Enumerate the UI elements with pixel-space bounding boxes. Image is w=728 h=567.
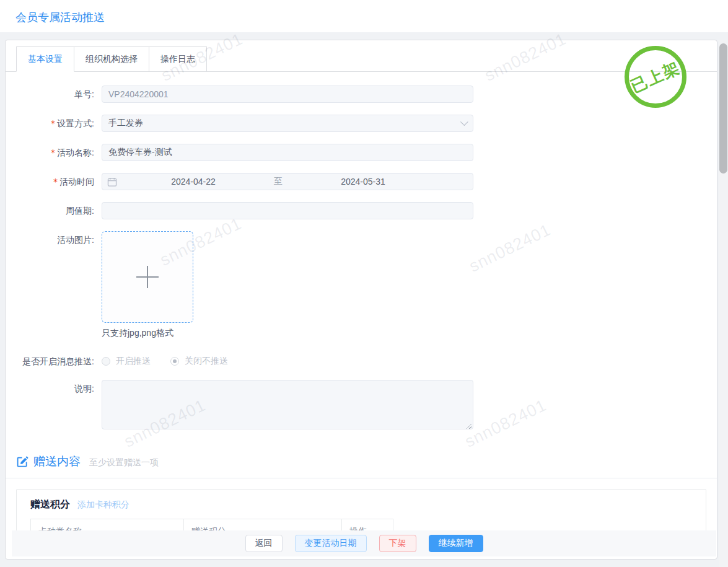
activity-time-label: *活动时间: [12, 173, 102, 190]
continue-add-button[interactable]: 继续新增: [429, 535, 483, 552]
tab-basic-settings[interactable]: 基本设置: [16, 46, 74, 72]
tab-organization-select[interactable]: 组织机构选择: [74, 46, 149, 71]
setup-mode-label: *设置方式:: [12, 115, 102, 132]
add-card-points-link[interactable]: 添加卡种积分: [77, 499, 129, 511]
week-period-label: 周值期:: [12, 202, 102, 219]
form-row-activity-image: 活动图片: 只支持jpg,png格式: [6, 231, 717, 339]
activity-name-label: *活动名称:: [12, 144, 102, 161]
radio-checked-icon: [170, 357, 179, 366]
radio-push-on-label: 开启推送: [116, 356, 151, 367]
radio-push-on[interactable]: 开启推送: [102, 356, 151, 367]
scrollbar-track[interactable]: [719, 40, 728, 567]
take-down-button[interactable]: 下架: [379, 535, 416, 552]
tab-operation-log[interactable]: 操作日志: [149, 46, 207, 71]
edit-icon: [16, 455, 29, 468]
form-row-setup-mode: *设置方式: 手工发券: [6, 115, 717, 132]
form-row-activity-time: *活动时间 2024-04-22 至 2024-05-31: [6, 173, 717, 190]
gift-points-title: 赠送积分: [30, 498, 70, 511]
setup-mode-value: 手工发券: [108, 118, 143, 129]
calendar-icon: [107, 177, 117, 187]
radio-unchecked-icon: [102, 357, 110, 366]
setup-mode-select[interactable]: 手工发券: [102, 115, 473, 132]
status-stamp-label: 已上架: [628, 56, 684, 97]
section-divider: [6, 478, 717, 478]
upload-format-hint: 只支持jpg,png格式: [102, 327, 193, 339]
push-toggle-label: 是否开启消息推送:: [12, 355, 102, 367]
activity-image-field: 只支持jpg,png格式: [102, 231, 193, 339]
change-activity-date-button[interactable]: 变更活动日期: [295, 535, 367, 552]
activity-name-input[interactable]: [102, 144, 473, 161]
form-row-push-toggle: 是否开启消息推送: 开启推送 关闭不推送: [6, 355, 717, 367]
order-no-label: 单号:: [12, 86, 102, 103]
order-no-input[interactable]: [102, 86, 473, 103]
push-radio-group: 开启推送 关闭不推送: [102, 356, 248, 367]
title-bar: 会员专属活动推送: [0, 0, 728, 32]
page-title: 会员专属活动推送: [15, 10, 105, 25]
radio-push-off[interactable]: 关闭不推送: [170, 356, 228, 367]
plus-icon: [136, 266, 159, 288]
gift-points-header: 赠送积分 添加卡种积分: [30, 498, 692, 511]
footer-action-bar: 返回 变更活动日期 下架 继续新增: [12, 530, 716, 556]
gift-section-title: 赠送内容: [33, 454, 81, 470]
remark-field: [102, 380, 473, 431]
start-date-value[interactable]: 2024-04-22: [121, 177, 266, 187]
scrollbar-thumb[interactable]: [719, 43, 727, 174]
form-row-week-period: 周值期:: [6, 202, 717, 219]
form-row-activity-name: *活动名称:: [6, 144, 717, 161]
chevron-down-icon: [460, 118, 468, 126]
main-panel: 基本设置 组织机构选择 操作日志 已上架 单号: *设置方式: 手工发券 *活动…: [5, 40, 717, 560]
status-stamp: 已上架: [625, 46, 686, 108]
remark-textarea[interactable]: [102, 380, 473, 429]
end-date-value[interactable]: 2024-05-31: [291, 177, 436, 187]
back-button[interactable]: 返回: [245, 535, 283, 552]
gift-section-header: 赠送内容 至少设置赠送一项: [6, 454, 717, 470]
form-row-remark: 说明:: [6, 380, 717, 431]
activity-time-range-picker[interactable]: 2024-04-22 至 2024-05-31: [102, 173, 473, 190]
form-row-order-no: 单号:: [6, 86, 717, 103]
image-upload-dropzone[interactable]: [102, 231, 193, 323]
tab-bar: 基本设置 组织机构选择 操作日志: [6, 46, 717, 72]
basic-settings-form: 单号: *设置方式: 手工发券 *活动名称: *活动时间: [6, 86, 717, 431]
remark-label: 说明:: [12, 382, 102, 395]
activity-image-label: 活动图片:: [12, 234, 102, 246]
gift-section-hint: 至少设置赠送一项: [89, 455, 159, 468]
date-range-separator: 至: [266, 176, 291, 187]
week-period-input[interactable]: [102, 202, 473, 219]
radio-push-off-label: 关闭不推送: [185, 356, 228, 367]
